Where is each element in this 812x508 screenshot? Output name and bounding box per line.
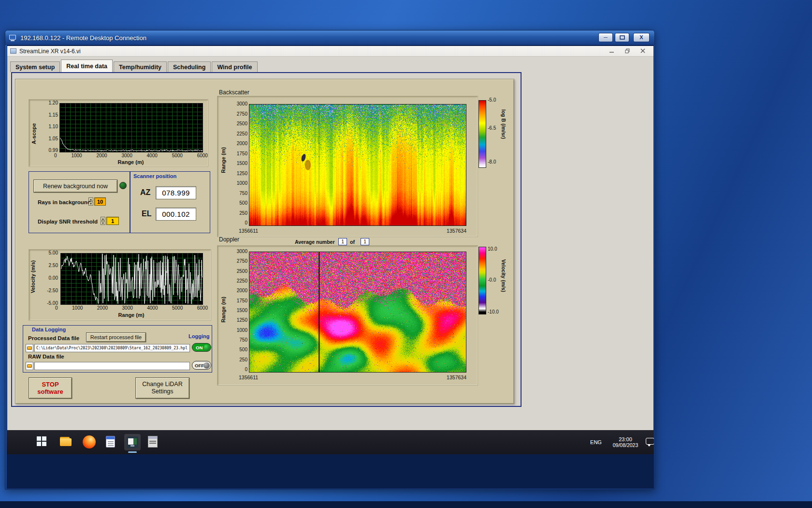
background-group: Renew background now Rays in background … xyxy=(29,171,130,233)
rdp-minimize-button[interactable]: ─ xyxy=(598,33,613,42)
app-title: StreamLine XR v14-6.vi xyxy=(19,48,81,55)
tick-label: 2750 xyxy=(237,111,247,117)
backscatter-cb-tick-top: -5.0 xyxy=(488,97,496,103)
ascope-y-ticks: 1.201.151.101.050.99 xyxy=(42,100,58,153)
tick-label: 2.50 xyxy=(49,263,58,269)
ascope-chart-box: A-scope 1.201.151.101.050.99 01000200030… xyxy=(29,99,208,167)
data-logging-group: Data Logging Processed Data file Restart… xyxy=(23,325,212,373)
toggle-knob xyxy=(203,344,210,351)
stop-software-button[interactable]: STOP software xyxy=(29,377,72,399)
doppler-cb-tick-top: 10.0 xyxy=(488,246,497,252)
snr-value[interactable]: 1 xyxy=(106,217,119,225)
tick-label: 4000 xyxy=(147,153,158,158)
rdp-title: 192.168.0.122 - Remote Desktop Connectio… xyxy=(20,34,146,42)
el-value[interactable]: 000.102 xyxy=(156,208,196,221)
tick-label: 1000 xyxy=(237,180,247,186)
renew-background-button[interactable]: Renew background now xyxy=(33,179,117,193)
tick-label: 2000 xyxy=(97,305,108,311)
tab-real-time-data[interactable]: Real time data xyxy=(61,60,113,72)
language-indicator[interactable]: ENG xyxy=(587,433,605,451)
tick-label: 6000 xyxy=(197,305,208,311)
raw-logging-toggle[interactable]: OFF xyxy=(192,361,211,370)
tick-label: 750 xyxy=(239,191,247,196)
active-app-button[interactable] xyxy=(124,434,141,450)
toggle-knob xyxy=(203,362,210,369)
data-logging-title: Data Logging xyxy=(32,327,66,332)
app-window: StreamLine XR v14-6.vi System setup Real… xyxy=(7,46,653,430)
doppler-cb-tick-mid: -0.0 xyxy=(488,277,496,283)
processed-path-field[interactable]: C:\Lidar\Data\Proc\2023\202308\20230809\… xyxy=(34,344,190,352)
backscatter-x-end: 1357634 xyxy=(433,228,466,234)
snr-spinner[interactable] xyxy=(101,217,105,225)
front-panel: A-scope 1.201.151.101.050.99 01000200030… xyxy=(15,79,514,404)
backscatter-cb-tick-bot: -8.0 xyxy=(488,159,496,165)
backscatter-title: Backscatter xyxy=(219,89,249,96)
average-number-value[interactable]: 1 xyxy=(338,238,347,245)
firefox-button[interactable] xyxy=(83,435,96,448)
tick-label: 1250 xyxy=(237,171,247,177)
change-lidar-settings-button[interactable]: Change LiDAR Settings xyxy=(135,377,189,399)
background-led xyxy=(119,182,127,189)
app-restore-button[interactable] xyxy=(620,46,635,56)
clock[interactable]: 23:00 09/08/2023 xyxy=(607,433,644,451)
file-explorer-button[interactable] xyxy=(60,437,72,447)
tab-system-setup[interactable]: System setup xyxy=(10,61,60,72)
scan-scheduler-button[interactable] xyxy=(148,436,158,448)
backscatter-chart-box: Range (m) 300027502500225020001750150012… xyxy=(217,96,478,237)
processed-logging-toggle[interactable]: ON xyxy=(192,343,211,352)
raw-path-field[interactable] xyxy=(34,362,190,370)
average-total-value[interactable]: 1 xyxy=(361,238,369,245)
processed-file-label: Processed Data file xyxy=(28,335,79,341)
rdp-titlebar[interactable]: 192.168.0.122 - Remote Desktop Connectio… xyxy=(5,30,654,45)
average-number-label: Average number xyxy=(295,239,334,245)
scanner-position-title: Scanner position xyxy=(133,173,176,179)
tick-label: 1750 xyxy=(237,151,247,157)
backscatter-x-start: 1356611 xyxy=(239,228,258,234)
rdp-icon xyxy=(9,35,17,41)
tab-temp-humidity[interactable]: Temp/humidity xyxy=(114,61,167,72)
tick-label: 0 xyxy=(55,305,58,311)
restart-processed-file-button[interactable]: Restart processed file xyxy=(86,332,146,342)
text-editor-button[interactable] xyxy=(106,436,115,448)
off-label: OFF xyxy=(195,363,204,368)
rays-value[interactable]: 10 xyxy=(94,197,106,206)
tick-label: 1000 xyxy=(237,328,247,333)
tick-label: 1000 xyxy=(72,305,83,311)
tick-label: 0 xyxy=(245,220,247,226)
doppler-cb-label: Velocity (m/s) xyxy=(501,259,507,292)
clock-date: 09/08/2023 xyxy=(613,442,638,448)
backscatter-cb-tick-mid: -6.5 xyxy=(488,125,496,131)
backscatter-plot xyxy=(249,104,466,226)
processed-path-browse-button[interactable] xyxy=(26,344,33,352)
doppler-cb-tick-bot: -10.0 xyxy=(488,309,499,315)
clock-time: 23:00 xyxy=(619,436,632,442)
tick-label: 3000 xyxy=(122,153,132,158)
rdp-close-button[interactable]: X xyxy=(633,33,650,42)
rdp-maximize-button[interactable] xyxy=(615,33,629,42)
app-minimize-button[interactable] xyxy=(604,46,620,56)
backscatter-cb-label: log B (/m/sr) xyxy=(501,109,507,139)
remote-taskbar: ENG 23:00 09/08/2023 xyxy=(7,430,654,454)
tick-label: 2250 xyxy=(237,131,247,137)
raw-path-browse-button[interactable] xyxy=(26,362,33,370)
rays-spinner[interactable] xyxy=(88,197,93,206)
tick-label: 3000 xyxy=(237,101,247,107)
app-titlebar[interactable]: StreamLine XR v14-6.vi xyxy=(7,46,653,57)
doppler-y-ticks: 3000275025002250200017501500125010007505… xyxy=(231,249,247,373)
az-label: AZ xyxy=(140,188,150,197)
notifications-button[interactable] xyxy=(646,438,654,445)
backscatter-y-axis-title: Range (m) xyxy=(220,147,226,173)
tick-label: 1.20 xyxy=(49,100,58,106)
app-close-button[interactable] xyxy=(635,46,651,56)
scanner-position-group: Scanner position AZ 078.999 EL 000.102 xyxy=(130,171,210,233)
stop-button-line2: software xyxy=(37,388,63,395)
az-value[interactable]: 078.999 xyxy=(156,186,196,199)
tick-label: 500 xyxy=(239,200,247,206)
local-taskbar-strip xyxy=(0,501,812,508)
tab-scheduling[interactable]: Scheduling xyxy=(168,61,211,72)
local-desktop: 192.168.0.122 - Remote Desktop Connectio… xyxy=(0,0,812,508)
tab-wind-profile[interactable]: Wind profile xyxy=(212,61,257,72)
raw-file-label: RAW Data file xyxy=(28,354,64,359)
start-button[interactable] xyxy=(37,436,46,446)
app-icon xyxy=(10,48,16,54)
